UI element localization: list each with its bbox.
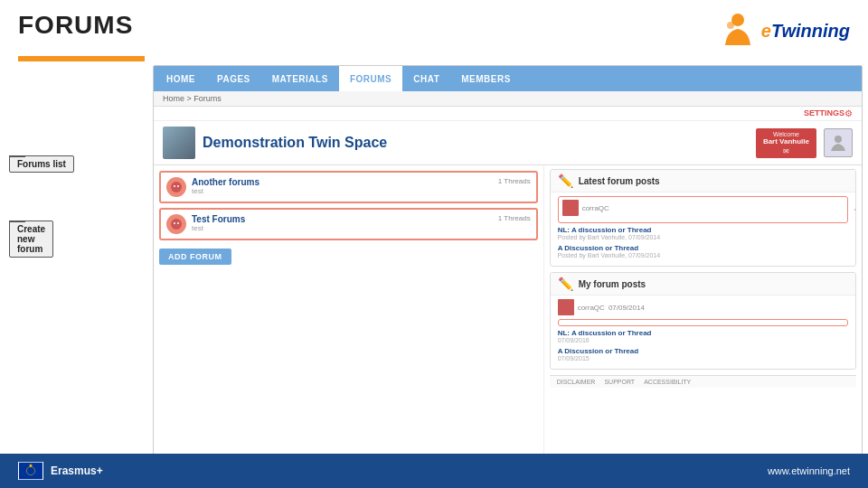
post-avatar-1 bbox=[562, 200, 579, 216]
nav-pages[interactable]: PAGES bbox=[206, 66, 261, 91]
browser-inner-footer: DISCLAIMER SUPPORT ACCESSIBILITY bbox=[550, 375, 856, 388]
nav-members[interactable]: MEMBERS bbox=[450, 66, 522, 91]
hamster-icon-2 bbox=[170, 218, 183, 230]
post-item-3: A Discussion or Thread Posted by Bart Va… bbox=[558, 244, 848, 258]
screenshot-wrapper: FORUMS eTwinning Forums list bbox=[0, 0, 868, 488]
footer-bar: Erasmus+ www.etwinning.net bbox=[0, 454, 868, 488]
my-post-date-1: 07/09/2014 bbox=[609, 304, 645, 312]
footer-url: www.etwinning.net bbox=[768, 465, 850, 476]
footer-left: Erasmus+ bbox=[18, 462, 103, 480]
nav-materials[interactable]: MATERIALS bbox=[261, 66, 339, 91]
forum-item-2[interactable]: Test Forums test 1 Threads bbox=[159, 208, 538, 240]
svg-point-2 bbox=[835, 136, 842, 143]
my-posts-callout-box: Your latest forum posts bbox=[558, 319, 848, 326]
footer-accessibility: ACCESSIBILITY bbox=[644, 379, 691, 385]
breadcrumb: Home > Forums bbox=[154, 91, 862, 107]
my-post-item-1: corraQC 07/09/2014 bbox=[558, 299, 848, 315]
forum-name-2: Test Forums bbox=[192, 214, 493, 224]
logo-e: e bbox=[761, 21, 771, 41]
page-title: FORUMS bbox=[18, 11, 133, 40]
eu-logo bbox=[18, 462, 43, 480]
footer-disclaimer: DISCLAIMER bbox=[557, 379, 596, 385]
welcome-line2: Bart Vanhulle bbox=[763, 137, 809, 145]
forum-details-2: Test Forums test bbox=[192, 214, 493, 232]
forums-list-label: Forums list bbox=[9, 155, 74, 173]
edit-icon-1: ✏️ bbox=[558, 174, 573, 188]
logo-figure-icon bbox=[718, 11, 758, 51]
svg-point-7 bbox=[174, 222, 175, 224]
add-forum-button[interactable]: ADD FORUM bbox=[159, 249, 231, 265]
nav-bar: HOME PAGES MATERIALS FORUMS CHAT MEMBERS bbox=[154, 66, 862, 91]
svg-point-3 bbox=[171, 182, 182, 192]
latest-posts-body: corraQC Latest posts in all forums NL: A… bbox=[551, 192, 855, 266]
etwinning-logo: eTwinning bbox=[718, 11, 850, 51]
latest-posts-title: Latest forum posts bbox=[579, 176, 660, 186]
left-annotation-area: Forums list Create new forum bbox=[0, 65, 149, 488]
arrow-line-forums bbox=[9, 155, 25, 157]
forum-icon-2 bbox=[166, 214, 186, 234]
my-posts-body: corraQC 07/09/2014 Your latest forum pos… bbox=[551, 296, 855, 369]
my-post-by-2: 07/09/2016 bbox=[558, 337, 848, 343]
forum-threads-2: 1 Threads bbox=[498, 214, 531, 222]
my-post-title-2: NL: A discussion or Thread bbox=[558, 329, 848, 337]
svg-point-6 bbox=[171, 219, 182, 230]
logo-text: eTwinning bbox=[761, 21, 850, 42]
logo-twinning: Twinning bbox=[771, 21, 850, 41]
latest-posts-section: ✏️ Latest forum posts bbox=[550, 169, 856, 267]
right-panel: ✏️ Latest forum posts bbox=[543, 165, 862, 458]
svg-point-8 bbox=[177, 222, 179, 224]
nav-home[interactable]: HOME bbox=[156, 66, 206, 91]
settings-link[interactable]: SETTINGS bbox=[804, 108, 844, 118]
edit-icon-2: ✏️ bbox=[558, 277, 573, 291]
my-post-title-3: A Discussion or Thread bbox=[558, 347, 848, 355]
welcome-box: Welcome Bart Vanhulle ✉ bbox=[756, 128, 816, 158]
post-by-3: Posted by Bart Vanhulle, 07/09/2014 bbox=[558, 252, 848, 258]
profile-header: Demonstration Twin Space Welcome Bart Va… bbox=[154, 121, 862, 165]
forum-meta-2: test bbox=[192, 224, 493, 232]
user-avatar bbox=[824, 128, 853, 157]
browser-window: HOME PAGES MATERIALS FORUMS CHAT MEMBERS… bbox=[153, 65, 863, 477]
post-title-3: A Discussion or Thread bbox=[558, 244, 848, 252]
my-post-user-row-1: corraQC 07/09/2014 bbox=[558, 299, 848, 315]
forum-threads-1: 1 Threads bbox=[498, 177, 531, 185]
post-user-1: corraQC bbox=[582, 204, 609, 212]
arrow-line-create bbox=[9, 221, 25, 222]
post-item-1: corraQC bbox=[562, 200, 844, 216]
post-by-2: Posted by Bart Vanhulle, 07/09/2014 bbox=[558, 234, 848, 240]
welcome-line1: Welcome bbox=[763, 131, 809, 137]
svg-point-1 bbox=[727, 22, 734, 29]
page-header: FORUMS eTwinning bbox=[0, 0, 868, 56]
post-title-2: NL: A discussion or Thread bbox=[558, 226, 848, 234]
site-name: Demonstration Twin Space bbox=[203, 135, 749, 151]
forum-icon-1 bbox=[166, 177, 186, 197]
my-posts-section: ✏️ My forum posts corraQC 07/09/2 bbox=[550, 272, 856, 370]
my-posts-title: My forum posts bbox=[579, 279, 646, 289]
post-user-row-1: corraQC bbox=[562, 200, 844, 216]
forum-name-1: Another forums bbox=[192, 177, 493, 187]
content-area: Another forums test 1 Threads bbox=[154, 165, 862, 458]
latest-posts-header: ✏️ Latest forum posts bbox=[551, 170, 855, 192]
forum-details-1: Another forums test bbox=[192, 177, 493, 195]
accent-bar bbox=[18, 56, 145, 61]
my-post-item-3: A Discussion or Thread 07/09/2015 bbox=[558, 347, 848, 361]
footer-erasmus-label: Erasmus+ bbox=[51, 465, 103, 477]
create-forum-label: Create new forum bbox=[9, 221, 53, 258]
nav-forums[interactable]: FORUMS bbox=[339, 66, 402, 91]
site-avatar bbox=[163, 127, 195, 159]
eu-flag-icon bbox=[19, 462, 42, 480]
hamster-icon-1 bbox=[170, 181, 183, 193]
forums-panel: Another forums test 1 Threads bbox=[154, 165, 543, 458]
settings-bar: SETTINGS ⚙ bbox=[154, 107, 862, 121]
my-post-by-3: 07/09/2015 bbox=[558, 355, 848, 361]
svg-point-5 bbox=[177, 185, 179, 187]
latest-posts-callout-box: corraQC Latest posts in all forums bbox=[558, 196, 848, 223]
my-post-user-1: corraQC bbox=[578, 304, 605, 312]
my-posts-header: ✏️ My forum posts bbox=[551, 273, 855, 296]
my-post-item-2: NL: A discussion or Thread 07/09/2016 bbox=[558, 329, 848, 343]
message-icon: ✉ bbox=[763, 147, 809, 155]
svg-point-4 bbox=[174, 185, 175, 187]
footer-support: SUPPORT bbox=[604, 379, 635, 385]
nav-chat[interactable]: CHAT bbox=[402, 66, 450, 91]
user-silhouette-icon bbox=[828, 133, 848, 153]
forum-item[interactable]: Another forums test 1 Threads bbox=[159, 171, 538, 203]
